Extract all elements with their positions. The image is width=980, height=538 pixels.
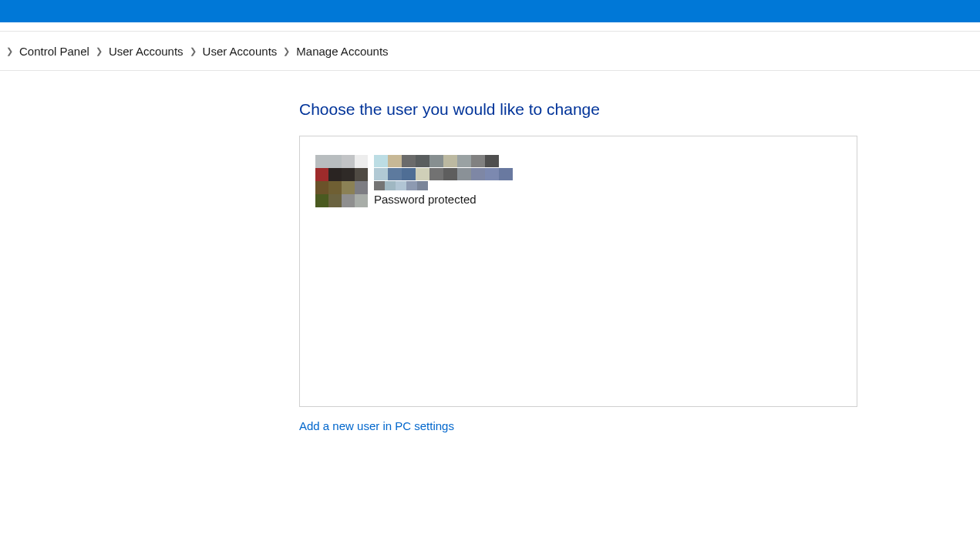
window-title-bar bbox=[0, 0, 980, 22]
breadcrumb-user-accounts-1[interactable]: User Accounts bbox=[107, 43, 185, 59]
password-status: Password protected bbox=[374, 193, 513, 206]
chevron-right-icon: ❯ bbox=[283, 46, 290, 56]
chevron-right-icon: ❯ bbox=[96, 46, 103, 56]
chevron-right-icon: ❯ bbox=[6, 46, 13, 56]
redacted-extra bbox=[374, 181, 513, 190]
chevron-right-icon: ❯ bbox=[190, 46, 197, 56]
breadcrumb: ❯ Control Panel ❯ User Accounts ❯ User A… bbox=[0, 31, 980, 71]
page-title: Choose the user you would like to change bbox=[299, 100, 980, 119]
breadcrumb-user-accounts-2[interactable]: User Accounts bbox=[201, 43, 279, 59]
main-content: Choose the user you would like to change bbox=[0, 71, 980, 433]
user-avatar-icon bbox=[315, 155, 368, 207]
add-user-link[interactable]: Add a new user in PC settings bbox=[299, 419, 454, 432]
breadcrumb-control-panel[interactable]: Control Panel bbox=[18, 43, 91, 59]
redacted-username bbox=[374, 155, 513, 167]
user-info: Password protected bbox=[374, 155, 513, 206]
user-list-box: Password protected bbox=[299, 136, 857, 407]
breadcrumb-manage-accounts[interactable]: Manage Accounts bbox=[295, 43, 389, 59]
user-account-item[interactable]: Password protected bbox=[315, 155, 513, 207]
redacted-account-type bbox=[374, 168, 513, 180]
